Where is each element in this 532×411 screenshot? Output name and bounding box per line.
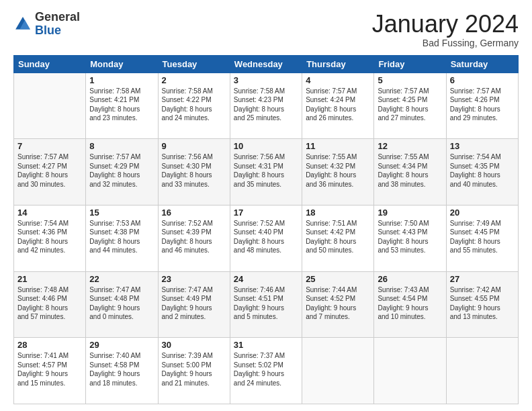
day-number: 10 bbox=[234, 141, 298, 151]
calendar-header-row: Sunday Monday Tuesday Wednesday Thursday… bbox=[14, 55, 519, 73]
day-info: Sunrise: 7:46 AM Sunset: 4:51 PM Dayligh… bbox=[234, 285, 298, 322]
calendar-row-4: 21Sunrise: 7:48 AM Sunset: 4:46 PM Dayli… bbox=[14, 271, 519, 338]
table-row bbox=[446, 338, 518, 404]
day-info: Sunrise: 7:54 AM Sunset: 4:36 PM Dayligh… bbox=[17, 219, 82, 255]
day-info: Sunrise: 7:43 AM Sunset: 4:54 PM Dayligh… bbox=[378, 285, 442, 322]
table-row: 2Sunrise: 7:58 AM Sunset: 4:22 PM Daylig… bbox=[158, 73, 230, 139]
col-wednesday: Wednesday bbox=[230, 55, 302, 73]
page: General Blue January 2024 Bad Fussing, G… bbox=[0, 0, 532, 411]
day-info: Sunrise: 7:47 AM Sunset: 4:49 PM Dayligh… bbox=[162, 285, 226, 322]
col-tuesday: Tuesday bbox=[158, 55, 230, 73]
day-number: 21 bbox=[17, 274, 82, 284]
table-row: 24Sunrise: 7:46 AM Sunset: 4:51 PM Dayli… bbox=[230, 271, 302, 338]
day-number: 17 bbox=[234, 208, 298, 218]
day-info: Sunrise: 7:37 AM Sunset: 5:02 PM Dayligh… bbox=[234, 351, 298, 387]
day-info: Sunrise: 7:52 AM Sunset: 4:40 PM Dayligh… bbox=[234, 219, 298, 255]
day-info: Sunrise: 7:56 AM Sunset: 4:31 PM Dayligh… bbox=[234, 152, 298, 189]
day-number: 4 bbox=[306, 75, 370, 85]
day-number: 22 bbox=[89, 274, 154, 284]
day-number: 13 bbox=[450, 141, 515, 151]
day-info: Sunrise: 7:54 AM Sunset: 4:35 PM Dayligh… bbox=[450, 152, 515, 189]
table-row bbox=[14, 73, 86, 139]
day-info: Sunrise: 7:52 AM Sunset: 4:39 PM Dayligh… bbox=[162, 219, 226, 255]
day-info: Sunrise: 7:50 AM Sunset: 4:43 PM Dayligh… bbox=[378, 219, 442, 255]
day-info: Sunrise: 7:51 AM Sunset: 4:42 PM Dayligh… bbox=[306, 219, 370, 255]
day-number: 29 bbox=[89, 340, 154, 350]
table-row: 7Sunrise: 7:57 AM Sunset: 4:27 PM Daylig… bbox=[14, 139, 86, 205]
calendar-row-1: 1Sunrise: 7:58 AM Sunset: 4:21 PM Daylig… bbox=[14, 73, 519, 139]
day-number: 19 bbox=[378, 208, 442, 218]
day-number: 3 bbox=[234, 75, 298, 85]
day-info: Sunrise: 7:56 AM Sunset: 4:30 PM Dayligh… bbox=[162, 152, 226, 189]
calendar-table: Sunday Monday Tuesday Wednesday Thursday… bbox=[13, 55, 519, 404]
day-number: 8 bbox=[89, 141, 154, 151]
day-number: 28 bbox=[17, 340, 82, 350]
day-number: 26 bbox=[378, 274, 442, 284]
table-row: 1Sunrise: 7:58 AM Sunset: 4:21 PM Daylig… bbox=[86, 73, 158, 139]
day-number: 2 bbox=[162, 75, 226, 85]
table-row: 28Sunrise: 7:41 AM Sunset: 4:57 PM Dayli… bbox=[14, 338, 86, 404]
day-number: 16 bbox=[162, 208, 226, 218]
day-number: 5 bbox=[378, 75, 442, 85]
calendar-row-5: 28Sunrise: 7:41 AM Sunset: 4:57 PM Dayli… bbox=[14, 338, 519, 404]
table-row: 15Sunrise: 7:53 AM Sunset: 4:38 PM Dayli… bbox=[86, 205, 158, 271]
table-row: 20Sunrise: 7:49 AM Sunset: 4:45 PM Dayli… bbox=[446, 205, 518, 271]
day-info: Sunrise: 7:48 AM Sunset: 4:46 PM Dayligh… bbox=[17, 285, 82, 322]
table-row: 18Sunrise: 7:51 AM Sunset: 4:42 PM Dayli… bbox=[302, 205, 374, 271]
day-number: 20 bbox=[450, 208, 515, 218]
day-info: Sunrise: 7:55 AM Sunset: 4:34 PM Dayligh… bbox=[378, 152, 442, 189]
col-monday: Monday bbox=[86, 55, 158, 73]
location: Bad Fussing, Germany bbox=[372, 38, 519, 48]
day-info: Sunrise: 7:47 AM Sunset: 4:48 PM Dayligh… bbox=[89, 285, 154, 322]
day-number: 27 bbox=[450, 274, 515, 284]
table-row: 27Sunrise: 7:42 AM Sunset: 4:55 PM Dayli… bbox=[446, 271, 518, 338]
logo-general: General bbox=[35, 10, 80, 24]
day-info: Sunrise: 7:57 AM Sunset: 4:27 PM Dayligh… bbox=[17, 152, 82, 189]
day-number: 7 bbox=[17, 141, 82, 151]
day-info: Sunrise: 7:39 AM Sunset: 5:00 PM Dayligh… bbox=[162, 351, 226, 387]
day-info: Sunrise: 7:58 AM Sunset: 4:22 PM Dayligh… bbox=[162, 87, 226, 123]
day-info: Sunrise: 7:58 AM Sunset: 4:23 PM Dayligh… bbox=[234, 87, 298, 123]
col-saturday: Saturday bbox=[446, 55, 518, 73]
col-friday: Friday bbox=[374, 55, 446, 73]
day-number: 6 bbox=[450, 75, 515, 85]
calendar-row-2: 7Sunrise: 7:57 AM Sunset: 4:27 PM Daylig… bbox=[14, 139, 519, 205]
table-row: 26Sunrise: 7:43 AM Sunset: 4:54 PM Dayli… bbox=[374, 271, 446, 338]
table-row: 9Sunrise: 7:56 AM Sunset: 4:30 PM Daylig… bbox=[158, 139, 230, 205]
table-row: 23Sunrise: 7:47 AM Sunset: 4:49 PM Dayli… bbox=[158, 271, 230, 338]
day-number: 14 bbox=[17, 208, 82, 218]
table-row: 21Sunrise: 7:48 AM Sunset: 4:46 PM Dayli… bbox=[14, 271, 86, 338]
month-title: January 2024 bbox=[372, 11, 519, 38]
day-number: 18 bbox=[306, 208, 370, 218]
table-row: 6Sunrise: 7:57 AM Sunset: 4:26 PM Daylig… bbox=[446, 73, 518, 139]
col-sunday: Sunday bbox=[14, 55, 86, 73]
table-row: 8Sunrise: 7:57 AM Sunset: 4:29 PM Daylig… bbox=[86, 139, 158, 205]
table-row bbox=[374, 338, 446, 404]
day-number: 25 bbox=[306, 274, 370, 284]
table-row: 31Sunrise: 7:37 AM Sunset: 5:02 PM Dayli… bbox=[230, 338, 302, 404]
table-row: 25Sunrise: 7:44 AM Sunset: 4:52 PM Dayli… bbox=[302, 271, 374, 338]
day-info: Sunrise: 7:53 AM Sunset: 4:38 PM Dayligh… bbox=[89, 219, 154, 255]
logo: General Blue bbox=[13, 11, 80, 38]
table-row: 13Sunrise: 7:54 AM Sunset: 4:35 PM Dayli… bbox=[446, 139, 518, 205]
day-number: 30 bbox=[162, 340, 226, 350]
day-number: 12 bbox=[378, 141, 442, 151]
header: General Blue January 2024 Bad Fussing, G… bbox=[13, 11, 519, 48]
day-info: Sunrise: 7:42 AM Sunset: 4:55 PM Dayligh… bbox=[450, 285, 515, 322]
day-number: 24 bbox=[234, 274, 298, 284]
table-row: 22Sunrise: 7:47 AM Sunset: 4:48 PM Dayli… bbox=[86, 271, 158, 338]
day-info: Sunrise: 7:58 AM Sunset: 4:21 PM Dayligh… bbox=[89, 87, 154, 123]
day-number: 9 bbox=[162, 141, 226, 151]
day-info: Sunrise: 7:57 AM Sunset: 4:26 PM Dayligh… bbox=[450, 87, 515, 123]
day-info: Sunrise: 7:57 AM Sunset: 4:24 PM Dayligh… bbox=[306, 87, 370, 123]
day-info: Sunrise: 7:40 AM Sunset: 4:58 PM Dayligh… bbox=[89, 351, 154, 387]
table-row: 16Sunrise: 7:52 AM Sunset: 4:39 PM Dayli… bbox=[158, 205, 230, 271]
table-row: 12Sunrise: 7:55 AM Sunset: 4:34 PM Dayli… bbox=[374, 139, 446, 205]
table-row: 30Sunrise: 7:39 AM Sunset: 5:00 PM Dayli… bbox=[158, 338, 230, 404]
table-row: 29Sunrise: 7:40 AM Sunset: 4:58 PM Dayli… bbox=[86, 338, 158, 404]
day-info: Sunrise: 7:44 AM Sunset: 4:52 PM Dayligh… bbox=[306, 285, 370, 322]
table-row: 11Sunrise: 7:55 AM Sunset: 4:32 PM Dayli… bbox=[302, 139, 374, 205]
day-number: 11 bbox=[306, 141, 370, 151]
title-block: January 2024 Bad Fussing, Germany bbox=[372, 11, 519, 48]
logo-text: General Blue bbox=[35, 11, 80, 38]
